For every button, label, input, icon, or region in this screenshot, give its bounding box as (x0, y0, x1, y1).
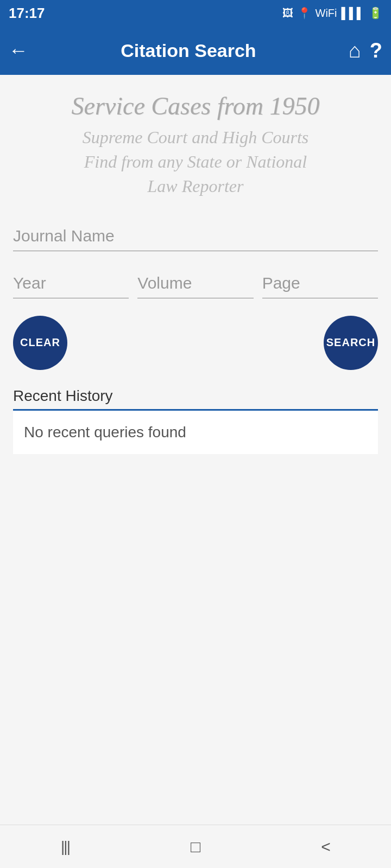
image-icon: 🖼 (282, 7, 293, 20)
battery-icon: 🔋 (369, 7, 382, 20)
app-bar: ← Citation Search ⌂ ? (0, 26, 391, 75)
no-results-message: No recent queries found (13, 411, 378, 454)
buttons-row: CLEAR SEARCH (13, 316, 378, 370)
year-input[interactable] (13, 269, 129, 298)
home-nav-button[interactable]: □ (174, 831, 217, 863)
signal-icon: ▌▌▌ (341, 7, 364, 20)
status-bar: 17:17 🖼 📍 WiFi ▌▌▌ 🔋 (0, 0, 391, 26)
wifi-icon: WiFi (316, 7, 337, 20)
hero-line1: Service Cases from 1950 (13, 91, 378, 121)
page-input[interactable] (262, 269, 378, 298)
volume-input[interactable] (137, 269, 253, 298)
back-button[interactable]: ← (9, 41, 28, 60)
help-button[interactable]: ? (370, 39, 382, 62)
recent-history-header: Recent History (13, 387, 378, 411)
page-group (262, 269, 378, 298)
status-time: 17:17 (9, 5, 45, 22)
search-button[interactable]: SEARCH (324, 316, 378, 370)
back-nav-button[interactable]: < (304, 831, 348, 863)
recent-apps-button[interactable]: ||| (43, 831, 87, 863)
hero-line2: Supreme Court and High Courts Find from … (13, 125, 378, 198)
form-section: CLEAR SEARCH (13, 221, 378, 370)
date-fields-row (13, 269, 378, 298)
nav-bar: ||| □ < (0, 825, 391, 868)
hero-section: Service Cases from 1950 Supreme Court an… (13, 86, 378, 204)
journal-name-group (13, 221, 378, 251)
status-icons: 🖼 📍 WiFi ▌▌▌ 🔋 (282, 7, 383, 20)
year-group (13, 269, 129, 298)
volume-group (137, 269, 253, 298)
recent-history-title: Recent History (13, 387, 113, 404)
journal-name-input[interactable] (13, 221, 378, 251)
location-icon: 📍 (298, 7, 311, 20)
home-button[interactable]: ⌂ (349, 39, 361, 62)
clear-button[interactable]: CLEAR (13, 316, 67, 370)
page-title: Citation Search (37, 40, 340, 61)
main-content: Service Cases from 1950 Supreme Court an… (0, 75, 391, 825)
